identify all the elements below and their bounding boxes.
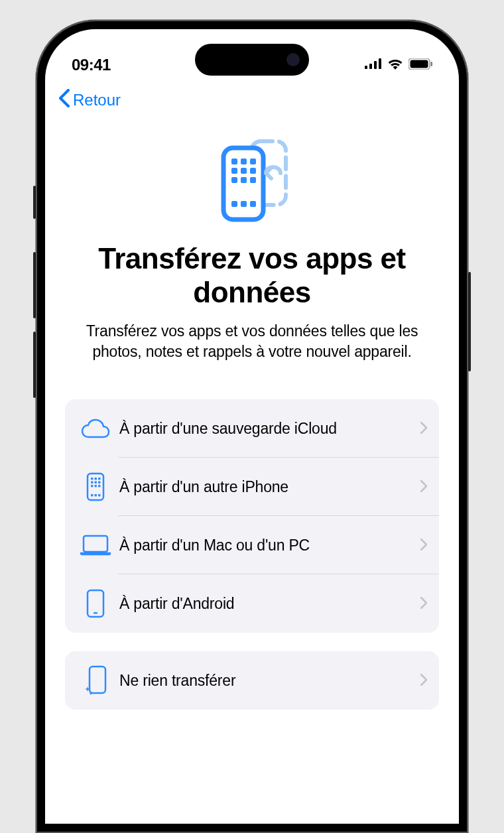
svg-rect-9 (231, 159, 237, 164)
svg-rect-25 (91, 481, 94, 484)
phone-sparkle-icon (77, 665, 114, 696)
battery-icon (409, 58, 432, 72)
svg-rect-33 (98, 494, 101, 497)
cloud-icon (77, 418, 114, 438)
chevron-right-icon (420, 536, 427, 554)
chevron-right-icon (420, 671, 427, 690)
svg-rect-22 (91, 478, 94, 480)
laptop-icon (77, 535, 114, 556)
svg-rect-29 (95, 485, 97, 487)
svg-rect-11 (250, 159, 256, 164)
page-subtitle: Transférez vos apps et vos données telle… (65, 321, 439, 362)
svg-rect-28 (91, 485, 94, 487)
svg-rect-27 (98, 481, 101, 484)
svg-rect-23 (95, 478, 97, 480)
svg-rect-14 (250, 168, 256, 174)
svg-rect-30 (98, 485, 101, 487)
option-no-transfer[interactable]: Ne rien transférer (65, 651, 439, 710)
svg-rect-16 (241, 177, 247, 183)
dynamic-island (195, 44, 309, 76)
option-icloud-backup[interactable]: À partir d'une sauvegarde iCloud (65, 399, 439, 458)
option-android[interactable]: À partir d'Android (65, 574, 439, 633)
svg-rect-19 (241, 201, 247, 207)
side-button (33, 186, 36, 219)
camera-icon (286, 53, 300, 66)
svg-rect-20 (250, 201, 256, 207)
option-label: Ne rien transférer (114, 671, 420, 690)
phone-frame: 09:41 Re (36, 20, 468, 833)
option-mac-pc[interactable]: À partir d'un Mac ou d'un PC (65, 516, 439, 574)
content: Transférez vos apps et données Transfére… (45, 117, 459, 710)
page-title: Transférez vos apps et données (65, 242, 439, 309)
svg-rect-13 (241, 168, 247, 174)
side-button (33, 332, 36, 398)
svg-rect-2 (374, 61, 377, 69)
svg-rect-0 (365, 66, 367, 69)
nav-bar: Retour (45, 82, 459, 117)
secondary-options-group: Ne rien transférer (65, 651, 439, 710)
option-another-iphone[interactable]: À partir d'un autre iPhone (65, 458, 439, 516)
status-indicators (365, 58, 432, 72)
option-label: À partir d'Android (114, 594, 420, 613)
phone-outline-icon (77, 589, 114, 618)
option-label: À partir d'une sauvegarde iCloud (114, 419, 420, 438)
wifi-icon (387, 58, 403, 72)
svg-rect-24 (98, 478, 101, 480)
svg-rect-37 (90, 667, 105, 693)
svg-rect-18 (231, 201, 237, 207)
svg-rect-10 (241, 159, 247, 164)
cellular-icon (365, 58, 382, 72)
transfer-options-group: À partir d'une sauvegarde iCloud (65, 399, 439, 633)
svg-rect-31 (91, 494, 94, 497)
back-label: Retour (73, 91, 121, 109)
screen: 09:41 Re (45, 29, 459, 824)
side-button (33, 252, 36, 318)
svg-rect-12 (231, 168, 237, 174)
side-button (468, 272, 471, 371)
back-button[interactable]: Retour (58, 89, 121, 111)
svg-rect-36 (94, 612, 97, 614)
svg-rect-15 (231, 177, 237, 183)
chevron-right-icon (420, 478, 427, 496)
svg-rect-34 (84, 536, 107, 552)
option-label: À partir d'un Mac ou d'un PC (114, 536, 420, 555)
device-mockup-container: 09:41 Re (0, 0, 504, 833)
option-label: À partir d'un autre iPhone (114, 478, 420, 497)
chevron-right-icon (420, 419, 427, 438)
svg-rect-17 (250, 177, 256, 183)
svg-rect-3 (379, 58, 381, 69)
status-time: 09:41 (72, 56, 111, 74)
svg-rect-5 (410, 60, 428, 68)
svg-rect-1 (369, 64, 372, 69)
iphone-apps-icon (77, 472, 114, 501)
transfer-hero-icon (65, 137, 439, 224)
svg-rect-26 (95, 481, 97, 484)
chevron-left-icon (58, 89, 70, 111)
svg-rect-32 (95, 494, 97, 497)
chevron-right-icon (420, 594, 427, 613)
svg-rect-6 (431, 62, 433, 66)
